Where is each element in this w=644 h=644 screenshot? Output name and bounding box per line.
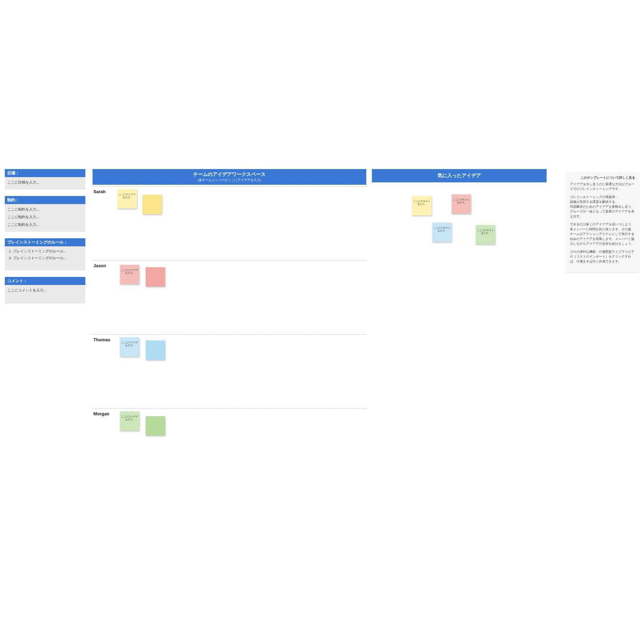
info-paragraph: できるだけ多くのアイデアを思いつくよう、各メンバーに時間を割り振ります。その後、… [570,222,635,246]
sticky-note[interactable]: ここにアイデアを入力... [118,189,137,208]
member-name: Morgan [93,411,114,416]
sticky-note[interactable]: ここにアイデアを入力... [120,265,139,284]
member-row-jason: Jason ここにアイデアを入力... [93,260,366,334]
sticky-note[interactable]: ここにアイデアを入力... [120,411,139,431]
sticky-note[interactable]: ここにアイデアを入力... [120,337,139,357]
sticky-note[interactable] [146,267,165,287]
sticky-note[interactable] [142,195,162,214]
goals-header: 目標： [5,169,85,177]
workspace-header: チームのアイデアワークスペース (各チームメンバーがここにアイデアを入力) [93,169,366,185]
constraints-panel: 制約： ここに制約を入力... ここに制約を入力... ここに制約を入力... [5,196,85,232]
comments-header: コメント： [5,277,85,285]
favorites-canvas: ここにテキストを入力... ここにテキストを入力... ここにテキストを入力..… [372,182,547,263]
constraints-line[interactable]: ここに制約を入力... [7,221,83,229]
sticky-note[interactable]: ここにテキストを入力... [432,223,452,242]
workspace-subtitle: (各チームメンバーがここにアイデアを入力) [93,178,366,182]
favorites-title: 気に入ったアイデア [372,169,547,182]
info-card: このテンプレートについて詳しく見る アイデアを出し合うのに最適な方法がグループで… [566,172,639,272]
constraints-header: 制約： [5,196,85,204]
info-paragraph: アイデアを出し合うのに最適な方法がグループでのブレインストーミングです。 [570,182,635,192]
info-paragraph: ブレインストーミングの用途例： 組織が直面する課題を解決する。 問題解決のための… [570,195,635,219]
comments-placeholder[interactable]: ここにコメントを入力... [7,287,83,294]
workspace-title: チームのアイデアワークスペース [93,171,366,178]
member-row-sarah: Sarah ここにアイデアを入力... [93,186,366,260]
favorites-panel: 気に入ったアイデア ここにテキストを入力... ここにテキストを入力... ここ… [372,169,547,263]
left-panels: 目標： ここに目標を入力... 制約： ここに制約を入力... ここに制約を入力… [5,169,85,310]
sticky-note[interactable]: ここにテキストを入力... [412,196,431,215]
constraints-line[interactable]: ここに制約を入力... [7,206,83,213]
member-row-thomas: Thomas ここにアイデアを入力... [93,334,366,409]
rules-header: ブレインストーミングのルール： [5,238,85,246]
goals-placeholder[interactable]: ここに目標を入力... [7,179,83,186]
member-name: Sarah [93,189,114,194]
info-title: このテンプレートについて詳しく見る [570,175,635,180]
sticky-note[interactable] [146,416,165,436]
sticky-note[interactable]: ここにテキストを入力... [476,225,495,244]
comments-panel: コメント： ここにコメントを入力... [5,277,85,303]
constraints-line[interactable]: ここに制約を入力... [7,213,83,221]
goals-panel: 目標： ここに目標を入力... [5,169,85,190]
info-paragraph: プロの便利な機能：付箋図形ライブラリの下の［リストのインポート］をクリックすれば… [570,250,635,264]
rules-item[interactable]: ブレインストーミングのルール... [13,248,83,255]
member-row-morgan: Morgan ここにアイデアを入力... [93,409,366,469]
member-name: Thomas [93,337,114,342]
rules-item[interactable]: ブレインストーミングのルール... [13,255,83,262]
workspace: チームのアイデアワークスペース (各チームメンバーがここにアイデアを入力) Sa… [93,169,366,469]
sticky-note[interactable]: ここにテキストを入力... [452,194,471,214]
member-name: Jason [93,263,114,268]
rules-panel: ブレインストーミングのルール： ブレインストーミングのルール... ブレインスト… [5,238,85,270]
sticky-note[interactable] [146,341,165,360]
